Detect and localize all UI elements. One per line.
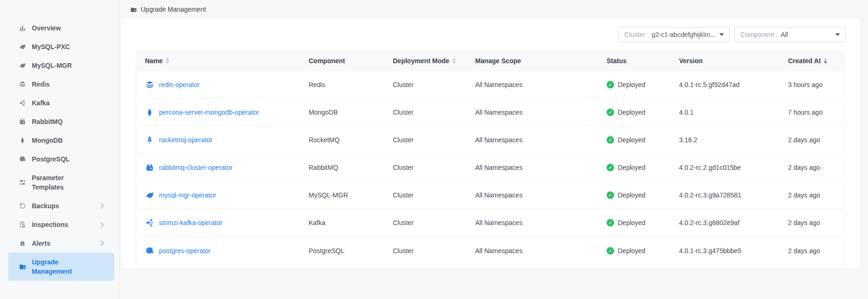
- name-cell: redis-operator: [145, 80, 309, 89]
- sidebar-item-parameter-templates[interactable]: Parameter Templates: [8, 168, 114, 197]
- breadcrumb: Upgrade Management: [120, 0, 868, 19]
- redis-icon: [19, 80, 26, 88]
- table-row: percona-server-mongodb-operator MongoDB …: [136, 99, 845, 126]
- column-header-component: Component: [309, 57, 393, 65]
- operator-link[interactable]: rocketmq-operator: [159, 136, 212, 144]
- sidebar-nav: Overview MySQL-PXC MySQL-MGR Redis Kafka…: [0, 19, 119, 281]
- chevron-right-icon: [98, 203, 103, 208]
- sidebar-item-mysql-pxc[interactable]: MySQL-PXC: [8, 37, 114, 56]
- mongodb-icon: [145, 108, 154, 117]
- status-cell: ✓ Deployed: [607, 164, 679, 171]
- sidebar-item-upgrade-management[interactable]: Upgrade Management: [8, 253, 114, 281]
- manage-scope-cell: All Namespaces: [475, 247, 607, 255]
- sort-icon[interactable]: [824, 58, 827, 64]
- sidebar-item-mysql-mgr[interactable]: MySQL-MGR: [8, 56, 114, 75]
- status-deployed-icon: ✓: [607, 219, 614, 226]
- upgrade-management-icon: [130, 6, 137, 13]
- created-at-cell: 2 days ago: [788, 136, 836, 144]
- mysql-icon: [145, 190, 154, 200]
- column-header-name: Name: [145, 57, 309, 65]
- sort-icon[interactable]: [452, 58, 456, 64]
- deployment-mode-cell: Cluster: [393, 247, 475, 255]
- kafka-icon: [145, 218, 154, 227]
- deployment-mode-cell: Cluster: [393, 136, 475, 144]
- name-cell: postgres-operator: [145, 246, 309, 255]
- table-body: redis-operator Redis Cluster All Namespa…: [136, 71, 846, 265]
- status-cell: ✓ Deployed: [607, 136, 679, 144]
- chevron-right-icon: [98, 241, 103, 246]
- sidebar-item-label: Overview: [32, 23, 61, 33]
- component-cell: RabbitMQ: [309, 164, 393, 171]
- manage-scope-cell: All Namespaces: [475, 81, 607, 88]
- status-deployed-icon: ✓: [607, 247, 614, 255]
- sidebar-item-overview[interactable]: Overview: [8, 19, 114, 37]
- sidebar-item-postgresql[interactable]: PostgreSQL: [8, 150, 114, 168]
- upgrade-management-icon: [19, 263, 26, 270]
- created-at-cell: 2 days ago: [788, 247, 836, 255]
- deployment-mode-cell: Cluster: [393, 109, 475, 116]
- filter-bar: Cluster : g2-c1-abcdefghijklm... Compone…: [136, 27, 846, 42]
- created-at-cell: 2 days ago: [788, 191, 836, 199]
- component-cell: Redis: [309, 81, 393, 88]
- sidebar-item-kafka[interactable]: Kafka: [8, 94, 114, 112]
- sidebar-item-backups[interactable]: Backups: [8, 197, 114, 215]
- sort-icon[interactable]: [166, 58, 169, 64]
- main-area: Upgrade Management Cluster : g2-c1-abcde…: [120, 0, 868, 299]
- page-title: Upgrade Management: [141, 6, 206, 13]
- component-cell: RocketMQ: [309, 136, 393, 144]
- rocketmq-icon: [145, 135, 154, 145]
- parameter-template-icon: [19, 179, 26, 186]
- table-row: postgres-operator PostgreSQL Cluster All…: [136, 237, 845, 264]
- sidebar-item-label: Parameter Templates: [32, 173, 83, 192]
- postgresql-icon: [145, 246, 154, 255]
- sidebar-item-rabbitmq[interactable]: RabbitMQ: [8, 112, 114, 131]
- table-row: mysql-mgr-operator MySQL-MGR Cluster All…: [136, 182, 845, 209]
- rabbitmq-icon: [19, 118, 26, 125]
- manage-scope-cell: All Namespaces: [475, 219, 607, 226]
- name-cell: rocketmq-operator: [145, 135, 309, 145]
- status-deployed-icon: ✓: [607, 109, 614, 116]
- operator-link[interactable]: redis-operator: [159, 81, 200, 88]
- cluster-dropdown[interactable]: Cluster : g2-c1-abcdefghijklm...: [618, 27, 730, 42]
- sidebar-item-label: Redis: [32, 80, 50, 89]
- component-cell: Kafka: [309, 219, 393, 226]
- status-cell: ✓ Deployed: [607, 219, 679, 226]
- operators-table: Name Component Deployment Mode Manage Sc…: [136, 51, 846, 265]
- rabbitmq-icon: [145, 163, 154, 172]
- sidebar-item-alerts[interactable]: Alerts: [8, 234, 114, 253]
- deployment-mode-cell: Cluster: [393, 191, 475, 199]
- deployment-mode-cell: Cluster: [393, 164, 475, 171]
- operator-link[interactable]: strimzi-kafka-operator: [159, 219, 222, 226]
- version-cell: 4.0.2-rc.2.gd1c015be: [679, 164, 788, 171]
- name-cell: strimzi-kafka-operator: [145, 218, 309, 227]
- manage-scope-cell: All Namespaces: [475, 191, 607, 199]
- name-cell: rabbitmq-cluster-operator: [145, 163, 309, 172]
- table-row: strimzi-kafka-operator Kafka Cluster All…: [136, 209, 845, 237]
- operator-link[interactable]: postgres-operator: [159, 247, 211, 255]
- status-cell: ✓ Deployed: [607, 81, 679, 88]
- status-deployed-icon: ✓: [607, 81, 614, 88]
- operator-link[interactable]: rabbitmq-cluster-operator: [159, 164, 232, 171]
- sidebar-item-label: Inspections: [32, 220, 68, 229]
- table-row: rocketmq-operator RocketMQ Cluster All N…: [136, 126, 845, 154]
- mysql-icon: [19, 62, 26, 69]
- operator-link[interactable]: percona-server-mongodb-operator: [159, 109, 259, 116]
- cluster-dropdown-label: Cluster :: [624, 31, 649, 38]
- sidebar-item-redis[interactable]: Redis: [8, 75, 114, 94]
- sidebar-item-label: Backups: [32, 201, 59, 211]
- sidebar: Overview MySQL-PXC MySQL-MGR Redis Kafka…: [0, 0, 120, 299]
- component-dropdown[interactable]: Component : All: [734, 27, 846, 42]
- backup-restore-icon: [19, 202, 26, 210]
- sidebar-item-label: Upgrade Management: [32, 257, 83, 276]
- bar-chart-icon: [19, 24, 26, 32]
- column-header-status: Status: [607, 57, 679, 65]
- status-cell: ✓ Deployed: [607, 191, 679, 199]
- sidebar-item-mongodb[interactable]: MongoDB: [8, 131, 114, 150]
- alert-icon: [19, 240, 26, 247]
- operator-link[interactable]: mysql-mgr-operator: [159, 191, 216, 199]
- sidebar-item-inspections[interactable]: Inspections: [8, 215, 114, 234]
- table-row: redis-operator Redis Cluster All Namespa…: [136, 71, 845, 99]
- deployment-mode-cell: Cluster: [393, 81, 475, 88]
- mongodb-icon: [19, 137, 26, 144]
- status-cell: ✓ Deployed: [607, 109, 679, 116]
